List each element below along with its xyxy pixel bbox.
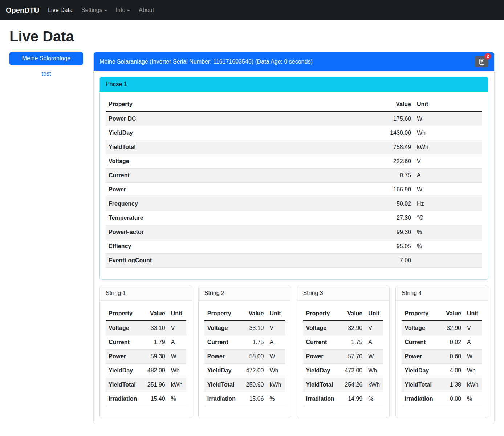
string-card-1: String 1 Property Value Unit xyxy=(99,286,192,418)
value-cell: 1.38 xyxy=(440,378,464,392)
inverter-link-test[interactable]: test xyxy=(9,70,83,77)
inverter-card: Meine Solaranlage (Inverter Serial Numbe… xyxy=(93,52,495,424)
string-card-body: Property Value Unit Voltage32.90VCurrent… xyxy=(297,301,390,418)
property-cell: YieldTotal xyxy=(204,378,243,392)
inverter-sidebar: Meine Solaranlage test xyxy=(9,52,83,77)
unit-cell: A xyxy=(168,335,186,350)
string-table: Property Value Unit Voltage33.10VCurrent… xyxy=(204,307,285,406)
string-table-body: Voltage32.90VCurrent0.02APower0.60WYield… xyxy=(402,321,482,406)
nav-item-label: Live Data xyxy=(48,7,73,13)
unit-cell: kWh xyxy=(168,378,186,392)
property-cell: EventLogCount xyxy=(106,254,369,268)
value-cell: 7.00 xyxy=(369,254,414,268)
table-row: Power57.70W xyxy=(303,350,384,364)
unit-cell: % xyxy=(267,392,285,406)
table-header-row: Property Value Unit xyxy=(402,307,482,321)
property-cell: YieldTotal xyxy=(106,378,144,392)
property-cell: Voltage xyxy=(106,154,369,169)
table-row: YieldTotal254.26kWh xyxy=(303,378,384,392)
eventlog-button[interactable]: 2 xyxy=(475,56,488,67)
inverter-select-button[interactable]: Meine Solaranlage xyxy=(9,52,83,65)
page-title: Live Data xyxy=(9,28,495,45)
string-table-body: Voltage32.90VCurrent1.75APower57.70WYiel… xyxy=(303,321,384,406)
string-table: Property Value Unit Voltage32.90VCurrent… xyxy=(402,307,482,406)
property-cell: Irradiation xyxy=(106,392,144,406)
table-row: Voltage222.60V xyxy=(106,154,482,169)
string-card-body: Property Value Unit Voltage33.10VCurrent… xyxy=(199,301,291,418)
unit-cell: W xyxy=(414,112,482,126)
property-cell: Temperature xyxy=(106,211,369,225)
value-cell: 14.99 xyxy=(341,392,365,406)
property-cell: YieldDay xyxy=(106,364,144,378)
string-card-header: String 1 xyxy=(100,286,192,301)
unit-cell: % xyxy=(464,392,482,406)
value-cell: 58.00 xyxy=(243,350,267,364)
unit-cell: A xyxy=(464,335,482,350)
column-header-unit: Unit xyxy=(414,97,482,112)
value-cell: 4.00 xyxy=(440,364,464,378)
nav-item-label: Settings xyxy=(81,7,102,13)
value-cell: 758.49 xyxy=(369,140,414,154)
table-row: Voltage33.10V xyxy=(106,321,186,335)
nav-item-live-data[interactable]: Live Data xyxy=(44,4,77,16)
property-cell: Voltage xyxy=(204,321,243,335)
unit-cell: % xyxy=(168,392,186,406)
value-cell: 59.30 xyxy=(144,350,168,364)
column-header-value: Value xyxy=(341,307,365,321)
property-cell: Current xyxy=(204,335,243,350)
table-row: Current1.79A xyxy=(106,335,186,350)
table-row: Voltage32.90V xyxy=(402,321,482,335)
table-header-row: Property Value Unit xyxy=(204,307,285,321)
unit-cell: Wh xyxy=(267,364,285,378)
column-header-unit: Unit xyxy=(267,307,285,321)
unit-cell: A xyxy=(414,169,482,183)
unit-cell: kWh xyxy=(464,378,482,392)
table-row: Voltage32.90V xyxy=(303,321,384,335)
value-cell: 250.90 xyxy=(243,378,267,392)
property-cell: Power xyxy=(303,350,342,364)
column-header-value: Value xyxy=(369,97,414,112)
table-row: Temperature27.30°C xyxy=(106,211,482,225)
table-row: PowerFactor99.30% xyxy=(106,225,482,239)
value-cell: 99.30 xyxy=(369,225,414,239)
nav-item-about[interactable]: About xyxy=(134,4,158,16)
string-card-4: String 4 Property Value Unit xyxy=(395,286,488,418)
table-row: YieldDay472.00Wh xyxy=(303,364,384,378)
value-cell: 254.26 xyxy=(341,378,365,392)
property-cell: Irradiation xyxy=(204,392,243,406)
column-header-property: Property xyxy=(303,307,342,321)
top-navbar: OpenDTU Live Data Settings Info About xyxy=(0,0,504,20)
nav-item-settings[interactable]: Settings xyxy=(77,4,111,16)
brand-logo[interactable]: OpenDTU xyxy=(4,6,44,15)
unit-cell: V xyxy=(464,321,482,335)
table-row: Effiency95.05% xyxy=(106,239,482,254)
value-cell: 472.00 xyxy=(341,364,365,378)
unit-cell: kWh xyxy=(267,378,285,392)
column-header-value: Value xyxy=(243,307,267,321)
unit-cell: Wh xyxy=(365,364,383,378)
unit-cell: kWh xyxy=(414,140,482,154)
string-card-header: String 2 xyxy=(199,286,291,301)
nav-item-label: Info xyxy=(116,7,126,13)
unit-cell: V xyxy=(168,321,186,335)
column-header-value: Value xyxy=(144,307,168,321)
value-cell: 1430.00 xyxy=(369,126,414,140)
table-header-row: Property Value Unit xyxy=(303,307,384,321)
property-cell: YieldTotal xyxy=(402,378,440,392)
inverter-header-text: Meine Solaranlage (Inverter Serial Numbe… xyxy=(99,58,313,65)
unit-cell: V xyxy=(267,321,285,335)
phase-card: Phase 1 Property Value Unit Power DC175.… xyxy=(99,77,488,280)
property-cell: Irradiation xyxy=(402,392,440,406)
table-row: Irradiation0.00% xyxy=(402,392,482,406)
table-row: Power59.30W xyxy=(106,350,186,364)
chevron-down-icon xyxy=(104,10,107,11)
column-header-unit: Unit xyxy=(365,307,383,321)
value-cell: 175.60 xyxy=(369,112,414,126)
table-row: YieldDay482.00Wh xyxy=(106,364,186,378)
column-header-property: Property xyxy=(402,307,440,321)
value-cell: 0.02 xyxy=(440,335,464,350)
property-cell: Power xyxy=(106,183,369,197)
property-cell: Frequency xyxy=(106,197,369,211)
nav-item-info[interactable]: Info xyxy=(111,4,135,16)
value-cell: 1.75 xyxy=(341,335,365,350)
